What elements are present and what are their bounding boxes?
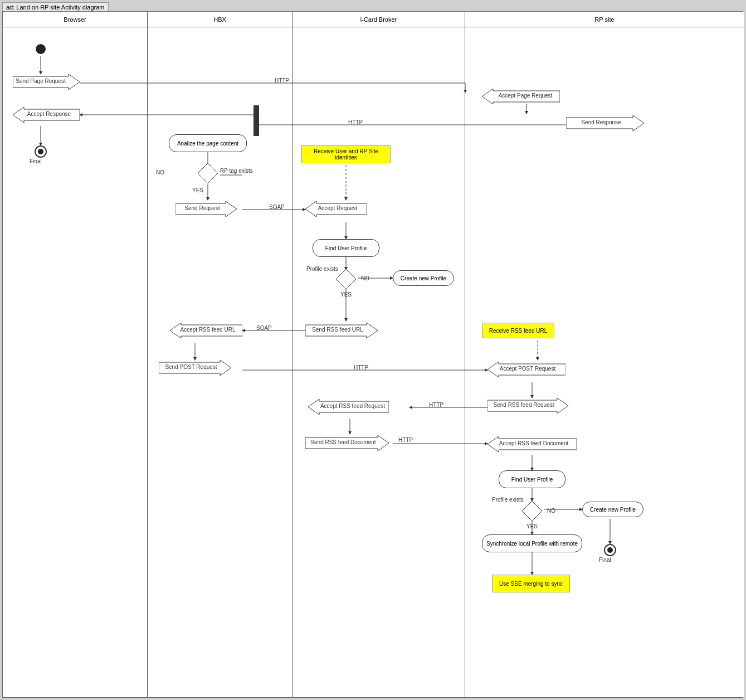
send-request-node: Send Request: [175, 201, 237, 217]
final-rp-node: [604, 544, 616, 556]
receive-user-rp-label: Receive User and RP Site identities: [302, 147, 390, 162]
rp-tag-label: RP tag exists: [220, 168, 253, 174]
http3-label: HTTP: [354, 364, 368, 371]
receive-rss-url-label: Receive RSS feed URL: [488, 327, 549, 335]
profile-exists2-label: Profile exists: [492, 497, 524, 503]
send-rss-url-node: Send RSS feed URL: [305, 323, 378, 338]
lane-hbx-label: HBX: [213, 16, 226, 23]
use-sse-label: Use SSE merging to sync: [498, 580, 564, 588]
send-rss-feed-request-node: Send RSS feed Request: [487, 398, 568, 414]
svg-text:Accept Request: Accept Request: [318, 205, 358, 211]
lane-browser-body: [3, 27, 148, 697]
no3-label: NO: [547, 508, 555, 514]
svg-text:Accept Page Request: Accept Page Request: [499, 93, 553, 99]
diagram-outer: Browser HBX i-Card Broker RP site: [2, 11, 743, 698]
receive-user-rp-node: Receive User and RP Site identities: [301, 145, 391, 163]
svg-text:Accept Response: Accept Response: [27, 111, 71, 117]
profile-diamond: [336, 269, 356, 289]
svg-text:Send POST Request: Send POST Request: [165, 364, 217, 370]
sync-local-label: Synchronize local Profile with remote: [486, 541, 578, 547]
accept-request-node: Accept Request: [305, 201, 367, 217]
send-post-request-node: Send POST Request: [159, 360, 231, 376]
http1-label: HTTP: [275, 77, 289, 84]
send-response-node: Send Response: [566, 115, 644, 131]
soap2-label: SOAP: [256, 325, 272, 331]
yes-label: YES: [192, 187, 203, 193]
yes2-label: YES: [340, 291, 352, 298]
http5-label: HTTP: [398, 437, 413, 443]
rp-tag-diamond: [198, 163, 218, 183]
accept-rss-url-node: Accept RSS feed URL: [170, 323, 242, 338]
svg-text:Accept RSS feed URL: Accept RSS feed URL: [181, 327, 236, 333]
find-user-profile2-node: Find User Profile: [499, 470, 565, 488]
lane-icard-body: [292, 27, 465, 697]
svg-text:Send Request: Send Request: [184, 205, 220, 211]
analize-label: Analize the page content: [177, 140, 238, 147]
final-browser-node: [35, 145, 47, 158]
lane-icard-header: i-Card Broker: [292, 12, 465, 27]
accept-page-request-node: Accept Page Request: [482, 89, 560, 104]
svg-text:Send RSS feed Document: Send RSS feed Document: [310, 439, 376, 445]
lane-icard-label: i-Card Broker: [360, 16, 397, 23]
find-user-profile-label: Find User Profile: [325, 245, 367, 251]
svg-text:Send Response: Send Response: [581, 119, 621, 125]
sync-bar-node: [253, 105, 259, 136]
svg-text:Send RSS feed Request: Send RSS feed Request: [494, 402, 554, 408]
analize-node: Analize the page content: [169, 134, 247, 152]
svg-text:Accept POST Request: Accept POST Request: [500, 366, 556, 372]
sync-local-node: Synchronize local Profile with remote: [482, 534, 582, 552]
create-profile2-label: Create new Profile: [590, 507, 636, 513]
use-sse-node: Use SSE merging to sync: [492, 575, 570, 592]
send-page-request-node: Send Page Request: [13, 74, 80, 90]
initial-node: [36, 44, 46, 54]
http2-label: HTTP: [348, 119, 363, 125]
final-browser-label: Final: [30, 158, 42, 164]
profile-exists-label: Profile exists: [306, 266, 338, 272]
svg-marker-39: [198, 163, 218, 183]
accept-post-request-node: Accept POST Request: [487, 362, 565, 377]
lane-rp-header: RP site: [465, 12, 744, 27]
svg-text:Accept RSS feed Document: Accept RSS feed Document: [499, 440, 569, 446]
yes3-label: YES: [526, 523, 538, 529]
svg-marker-61: [522, 501, 542, 521]
profile-diamond2: [522, 501, 542, 521]
svg-text:Send Page Request: Send Page Request: [16, 78, 66, 84]
http4-label: HTTP: [429, 402, 443, 408]
accept-response-node: Accept Response: [13, 107, 80, 123]
create-profile-node: Create new Profile: [393, 270, 454, 286]
lane-browser-label: Browser: [64, 16, 86, 23]
find-user-profile2-label: Find User Profile: [511, 477, 553, 483]
no2-label: NO: [361, 275, 369, 281]
svg-text:Accept RSS feed Request: Accept RSS feed Request: [320, 403, 385, 409]
create-profile2-node: Create new Profile: [582, 502, 643, 517]
lane-hbx-header: HBX: [148, 12, 292, 27]
send-rss-doc-node: Send RSS feed Document: [305, 435, 389, 451]
soap1-label: SOAP: [269, 204, 285, 210]
receive-rss-url-node: Receive RSS feed URL: [482, 323, 554, 338]
no-label: NO: [156, 169, 164, 176]
final-rp-label: Final: [599, 557, 611, 563]
accept-rss-feed-request-node: Accept RSS feed Request: [308, 399, 389, 415]
lane-browser-header: Browser: [3, 12, 148, 27]
svg-marker-44: [336, 269, 356, 289]
svg-text:Send RSS feed URL: Send RSS feed URL: [312, 327, 363, 333]
create-profile-label: Create new Profile: [401, 275, 446, 281]
diagram-title: ad: Land on RP site Activity diagram: [6, 4, 105, 11]
find-user-profile-node: Find User Profile: [313, 239, 379, 257]
accept-rss-doc-node: Accept RSS feed Document: [487, 436, 577, 452]
lane-rp-label: RP site: [594, 16, 614, 23]
